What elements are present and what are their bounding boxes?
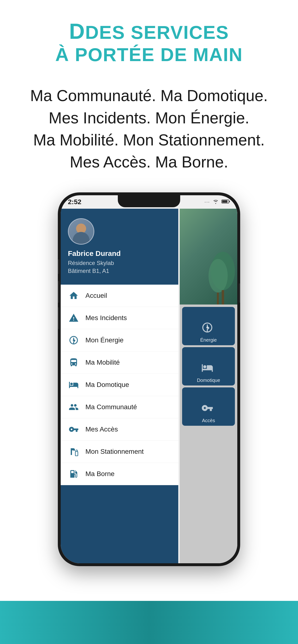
header-section: DDes services à portée de main bbox=[0, 0, 298, 75]
bottom-teal-accent bbox=[0, 601, 298, 644]
svg-point-7 bbox=[209, 259, 228, 292]
subtitle-text: Ma Communauté. Ma Domotique. Mes Inciden… bbox=[0, 75, 298, 188]
svg-point-4 bbox=[73, 339, 75, 341]
menu-label-acces: Mes Accès bbox=[85, 426, 118, 433]
svg-rect-8 bbox=[222, 290, 224, 304]
menu-item-borne[interactable]: Ma Borne bbox=[61, 463, 178, 485]
header-title: DDes services à portée de main bbox=[14, 19, 284, 66]
menu-label-stationnement: Mon Stationnement bbox=[85, 448, 144, 456]
volume-up-button bbox=[58, 281, 59, 302]
status-time: 2:52 bbox=[68, 198, 81, 206]
signal-icon: ··· bbox=[204, 199, 210, 204]
right-card-acces: Accès bbox=[182, 388, 235, 426]
menu-item-acces[interactable]: Mes Accès bbox=[61, 418, 178, 440]
energie-card-icon bbox=[201, 322, 216, 336]
menu-item-communaute[interactable]: Ma Communauté bbox=[61, 396, 178, 418]
silent-button bbox=[58, 260, 59, 274]
menu-item-domotique[interactable]: Ma Domotique bbox=[61, 374, 178, 396]
menu-label-mobilite: Ma Mobilité bbox=[85, 359, 120, 366]
sidebar-menu: Accueil Mes Incidents bbox=[61, 282, 178, 488]
svg-rect-1 bbox=[222, 200, 227, 203]
menu-item-mobilite[interactable]: Ma Mobilité bbox=[61, 352, 178, 374]
bus-icon bbox=[68, 357, 79, 368]
page-container: DDes services à portée de main Ma Commun… bbox=[0, 0, 298, 644]
phone-frame: 2:52 ··· bbox=[58, 192, 240, 566]
warning-icon bbox=[68, 312, 79, 324]
status-icons: ··· bbox=[204, 199, 230, 205]
menu-label-accueil: Accueil bbox=[85, 292, 107, 300]
wifi-icon bbox=[212, 199, 219, 205]
menu-label-domotique: Ma Domotique bbox=[85, 381, 129, 388]
phone-notch bbox=[118, 195, 180, 207]
phone-screen: 2:52 ··· bbox=[61, 195, 237, 563]
right-cards: Énergie Domotique bbox=[180, 304, 237, 563]
svg-rect-9 bbox=[217, 292, 219, 304]
community-icon bbox=[68, 401, 79, 413]
menu-item-incidents[interactable]: Mes Incidents bbox=[61, 307, 178, 329]
right-panel: Énergie Domotique bbox=[180, 209, 237, 563]
sidebar: Fabrice Durand Résidence Skylab Bâtiment… bbox=[61, 209, 178, 563]
right-card-domotique-label: Domotique bbox=[197, 378, 220, 383]
svg-rect-5 bbox=[75, 452, 78, 456]
avatar bbox=[68, 218, 94, 244]
svg-rect-2 bbox=[229, 201, 230, 202]
menu-item-accueil[interactable]: Accueil bbox=[61, 284, 178, 307]
svg-point-11 bbox=[206, 326, 208, 328]
menu-label-energie: Mon Énergie bbox=[85, 336, 123, 344]
home-icon bbox=[68, 290, 79, 302]
energy-icon bbox=[68, 334, 79, 346]
power-button bbox=[239, 284, 240, 302]
user-residence: Résidence Skylab Bâtiment B1, A1 bbox=[68, 259, 171, 275]
menu-item-stationnement[interactable]: Mon Stationnement bbox=[61, 440, 178, 463]
parking-icon bbox=[68, 446, 79, 457]
domotique-card-icon bbox=[201, 362, 216, 376]
menu-label-borne: Ma Borne bbox=[85, 470, 114, 478]
charging-icon bbox=[68, 468, 79, 480]
background-photo bbox=[180, 209, 237, 304]
battery-icon bbox=[221, 199, 230, 205]
menu-label-communaute: Ma Communauté bbox=[85, 403, 137, 411]
acces-card-icon bbox=[201, 402, 216, 416]
menu-label-incidents: Mes Incidents bbox=[85, 314, 127, 322]
sidebar-header: Fabrice Durand Résidence Skylab Bâtiment… bbox=[61, 209, 178, 282]
user-name: Fabrice Durand bbox=[68, 250, 171, 258]
access-icon bbox=[68, 424, 79, 435]
right-card-domotique: Domotique bbox=[182, 347, 235, 386]
right-card-acces-label: Accès bbox=[202, 418, 215, 423]
volume-down-button bbox=[58, 308, 59, 329]
right-card-energie-label: Énergie bbox=[200, 337, 217, 343]
right-card-energie: Énergie bbox=[182, 307, 235, 345]
domotique-icon bbox=[68, 379, 79, 390]
menu-item-energie[interactable]: Mon Énergie bbox=[61, 329, 178, 352]
phone-wrapper: 2:52 ··· bbox=[0, 188, 298, 566]
